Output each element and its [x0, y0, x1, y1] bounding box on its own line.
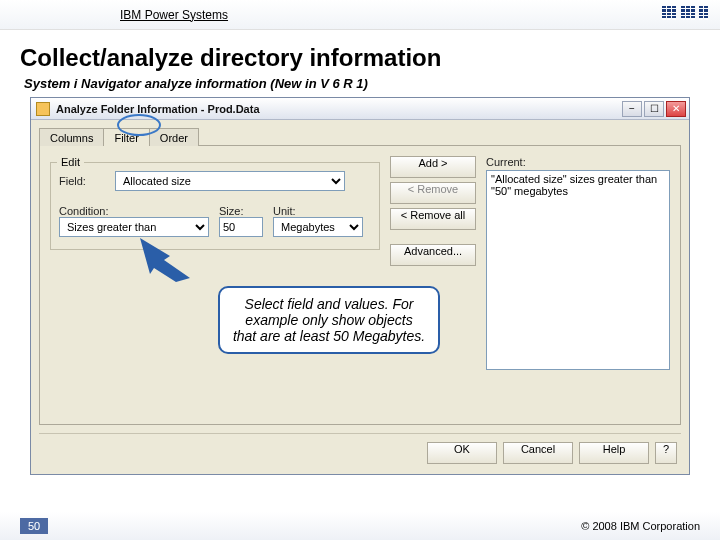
- size-label: Size:: [219, 205, 263, 217]
- app-icon: [36, 102, 50, 116]
- page-number: 50: [20, 518, 48, 534]
- advanced-button[interactable]: Advanced...: [390, 244, 476, 266]
- copyright-text: © 2008 IBM Corporation: [581, 520, 700, 532]
- unit-select[interactable]: Megabytes: [273, 217, 363, 237]
- slide-header: IBM Power Systems: [0, 0, 720, 30]
- maximize-button[interactable]: ☐: [644, 101, 664, 117]
- edit-legend: Edit: [57, 156, 84, 168]
- window-title: Analyze Folder Information - Prod.Data: [56, 103, 620, 115]
- ibm-logo: [661, 6, 708, 24]
- titlebar[interactable]: Analyze Folder Information - Prod.Data −…: [31, 98, 689, 120]
- page-subtitle: System i Navigator analyze information (…: [0, 76, 720, 97]
- close-button[interactable]: ✕: [666, 101, 686, 117]
- help-button[interactable]: Help: [579, 442, 649, 464]
- tab-columns[interactable]: Columns: [39, 128, 104, 146]
- tab-strip: Columns Filter Order: [39, 128, 681, 146]
- list-item[interactable]: "Allocated size" sizes greater than "50"…: [491, 173, 665, 197]
- context-help-button[interactable]: ?: [655, 442, 677, 464]
- callout-box: Select field and values. For example onl…: [218, 286, 440, 354]
- dialog-window: Analyze Folder Information - Prod.Data −…: [30, 97, 690, 475]
- condition-select[interactable]: Sizes greater than: [59, 217, 209, 237]
- condition-label: Condition:: [59, 205, 209, 217]
- unit-label: Unit:: [273, 205, 363, 217]
- remove-all-button[interactable]: < Remove all: [390, 208, 476, 230]
- field-select[interactable]: Allocated size: [115, 171, 345, 191]
- page-title: Collect/analyze directory information: [0, 30, 720, 76]
- brand-text: IBM Power Systems: [120, 8, 228, 22]
- tab-filter[interactable]: Filter: [103, 128, 149, 146]
- minimize-button[interactable]: −: [622, 101, 642, 117]
- add-button[interactable]: Add >: [390, 156, 476, 178]
- tab-pane-filter: Edit Field: Allocated size Condition:: [39, 145, 681, 425]
- size-input[interactable]: [219, 217, 263, 237]
- slide-footer: 50 © 2008 IBM Corporation: [0, 512, 720, 540]
- current-filters-list[interactable]: "Allocated size" sizes greater than "50"…: [486, 170, 670, 370]
- ok-button[interactable]: OK: [427, 442, 497, 464]
- remove-button[interactable]: < Remove: [390, 182, 476, 204]
- edit-fieldset: Edit Field: Allocated size Condition:: [50, 162, 380, 250]
- tab-order[interactable]: Order: [149, 128, 199, 146]
- cancel-button[interactable]: Cancel: [503, 442, 573, 464]
- dialog-button-row: OK Cancel Help ?: [39, 433, 681, 466]
- field-label: Field:: [59, 175, 105, 187]
- dialog-client: Columns Filter Order Edit Field: Allocat…: [31, 120, 689, 474]
- current-label: Current:: [486, 156, 670, 168]
